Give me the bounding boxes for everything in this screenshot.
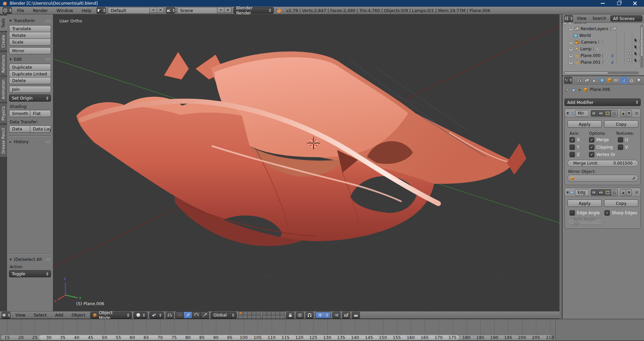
properties-editor-type-button[interactable]: [564, 77, 572, 83]
timeline-frame-number[interactable]: 180: [463, 335, 471, 340]
timeline-frame-number[interactable]: 95: [227, 335, 232, 340]
timeline-frame-number[interactable]: 130: [323, 335, 331, 340]
cage-toggle[interactable]: [611, 110, 618, 117]
action-dropdown[interactable]: Toggle: [9, 270, 51, 277]
plane000-select-icon[interactable]: [634, 52, 637, 57]
outliner-row-scene[interactable]: + Scene: [562, 23, 640, 25]
apply-button[interactable]: Apply: [568, 120, 602, 128]
close-button[interactable]: [632, 1, 638, 6]
outliner-filter-dropdown[interactable]: All Scenes: [610, 15, 642, 21]
timeline-frame-number[interactable]: 160: [407, 335, 415, 340]
expander-icon[interactable]: +: [569, 40, 573, 45]
manipulate-center-points-button[interactable]: [166, 312, 174, 319]
scene-field[interactable]: Scene: [177, 7, 217, 14]
translate-button[interactable]: Translate: [9, 25, 51, 32]
eyedropper-icon[interactable]: [632, 176, 636, 180]
timeline-frame-number[interactable]: 120: [296, 335, 304, 340]
layer-grid[interactable]: [262, 311, 284, 319]
add-layout-button[interactable]: +: [150, 7, 157, 13]
outliner-row-camera[interactable]: + Camera |: [569, 39, 644, 46]
layer-cell[interactable]: [280, 315, 284, 319]
outliner-row-plane-001[interactable]: + Plane.001 |: [569, 59, 644, 65]
lock-to-scene-button[interactable]: [286, 312, 294, 319]
scene-browse-button[interactable]: [166, 7, 175, 14]
timeline-frame-number[interactable]: 90: [213, 335, 219, 340]
delete-layout-button[interactable]: ✕: [157, 7, 164, 13]
delete-modifier-button[interactable]: ✕: [635, 190, 639, 195]
timeline-frame-number[interactable]: 55: [116, 335, 121, 340]
layer-cell[interactable]: [263, 311, 267, 315]
proportional-edit-button[interactable]: [296, 312, 304, 319]
viewport-menu-view[interactable]: View: [12, 312, 29, 318]
move-down-button[interactable]: ▼: [626, 189, 632, 196]
outliner-horizontal-scrollbar[interactable]: [564, 71, 639, 74]
tab-grease-pencil[interactable]: Grease Pencil: [0, 125, 7, 157]
timeline-frame-number[interactable]: 80: [185, 335, 191, 340]
outliner-editor-type-button[interactable]: [564, 15, 573, 22]
layer-cell[interactable]: [248, 315, 252, 319]
layer-cell[interactable]: [276, 315, 280, 319]
tab-relations[interactable]: Relations: [0, 52, 7, 76]
timeline-frame-number[interactable]: 155: [393, 335, 401, 340]
timeline-frame-number[interactable]: 115: [281, 335, 289, 340]
orientation-dropdown[interactable]: Global: [211, 312, 237, 319]
duplicate-linked-button[interactable]: Duplicate Linked: [9, 70, 51, 77]
copy-button[interactable]: Copy: [604, 200, 638, 207]
delete-modifier-button[interactable]: ✕: [635, 111, 639, 116]
lamp-hide-icon[interactable]: [627, 46, 632, 50]
viewport-editor-type-button[interactable]: [2, 312, 10, 319]
plane000-eye-icon[interactable]: [627, 52, 632, 56]
tab-tools[interactable]: Tools: [0, 15, 7, 31]
pin-icon[interactable]: [565, 88, 570, 92]
timeline-frame-number[interactable]: 25: [32, 335, 38, 340]
plane001-select-icon[interactable]: [634, 58, 637, 64]
tab-object[interactable]: [606, 77, 613, 84]
move-down-button[interactable]: ▼: [626, 110, 632, 117]
history-panel-header[interactable]: ► History: [9, 139, 51, 144]
edit-mode-toggle[interactable]: [604, 189, 611, 196]
duplicate-button[interactable]: Duplicate: [9, 64, 51, 71]
split-angle-slider[interactable]: Split Angle: 30°: [568, 218, 604, 225]
edge-angle-checkbox[interactable]: Edge Angle: [570, 210, 600, 216]
outliner-menu-search[interactable]: Search: [590, 16, 608, 21]
minimize-button[interactable]: [600, 1, 606, 6]
viewport-menu-select[interactable]: Select: [31, 312, 50, 318]
plane001-eye-icon[interactable]: [627, 58, 632, 63]
shade-flat-button[interactable]: Flat: [30, 110, 51, 117]
timeline-frame-number[interactable]: 140: [351, 335, 359, 340]
opengl-render-button[interactable]: [342, 312, 350, 319]
delete-scene-button[interactable]: ✕: [224, 7, 231, 13]
transform-panel-header[interactable]: ▼ Transform: [9, 18, 51, 23]
lamp-select-icon[interactable]: [634, 45, 637, 50]
timeline-frame-number[interactable]: 70: [158, 335, 163, 340]
restore-button[interactable]: [616, 1, 622, 6]
mirror-button[interactable]: Mirror: [9, 47, 51, 54]
layer-cell[interactable]: [280, 311, 284, 315]
timeline-frame-number[interactable]: 40: [74, 335, 79, 340]
manipulator-axes-button[interactable]: [175, 311, 184, 319]
timeline-frame-number[interactable]: 45: [88, 335, 93, 340]
opengl-render-anim-button[interactable]: [352, 312, 360, 319]
editor-type-button[interactable]: [3, 7, 12, 14]
clipping-checkbox[interactable]: Clipping: [589, 145, 613, 150]
expander-icon[interactable]: +: [569, 53, 573, 58]
timeline-frame-number[interactable]: 175: [448, 335, 457, 340]
tab-world[interactable]: [598, 77, 605, 84]
outliner-vertical-scrollbar[interactable]: [640, 24, 643, 68]
render-visibility-toggle[interactable]: [591, 189, 598, 196]
delete-button[interactable]: Delete: [9, 77, 51, 84]
tab-modifiers[interactable]: [621, 77, 628, 84]
join-button[interactable]: Join: [9, 86, 51, 93]
screen-layout-browse-button[interactable]: [97, 7, 106, 14]
tab-material[interactable]: [635, 77, 642, 84]
object-breadcrumb-icon[interactable]: [572, 88, 577, 92]
modifier-name-field[interactable]: Edg: [575, 189, 589, 196]
menu-help[interactable]: Help: [78, 8, 95, 13]
layer-cell[interactable]: [267, 311, 271, 315]
move-up-button[interactable]: ▲: [620, 189, 626, 196]
timeline-frame-number[interactable]: 200: [518, 335, 526, 340]
timeline-frame-number[interactable]: 50: [102, 335, 107, 340]
outliner-menu-view[interactable]: View: [575, 16, 588, 21]
expander-icon[interactable]: +: [569, 26, 573, 31]
timeline-frame-number[interactable]: 75: [171, 335, 177, 340]
